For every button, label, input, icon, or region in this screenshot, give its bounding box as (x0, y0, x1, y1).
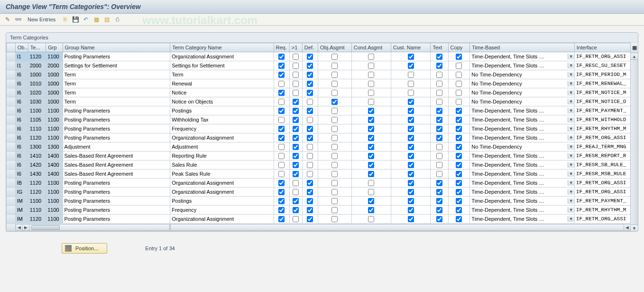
cell-interface[interactable]: IF_RETM_ORG_ASSI (574, 215, 637, 224)
cell-ob[interactable]: IG (15, 188, 28, 197)
cell-term-cat-name[interactable]: Renewal (170, 79, 274, 88)
cell-time-based[interactable]: No Time-Dependency▼ (470, 88, 574, 97)
cell-interface[interactable]: IF_RETM_RHYTHM_M (574, 206, 637, 215)
obj-asgmt-checkbox[interactable] (331, 153, 338, 159)
copy-checkbox[interactable] (456, 63, 462, 69)
cell-group-name[interactable]: Term (63, 70, 170, 79)
text-checkbox[interactable] (436, 54, 442, 60)
row-selector[interactable] (7, 133, 16, 142)
header-group-name[interactable]: Group Name (63, 43, 170, 52)
cond-asgmt-checkbox[interactable] (368, 144, 374, 150)
cell-group-name[interactable]: Posting Parameters (63, 215, 170, 224)
dropdown-arrow-icon[interactable]: ▼ (568, 135, 574, 141)
row-selector[interactable] (7, 197, 16, 206)
cond-asgmt-checkbox[interactable] (368, 90, 374, 96)
cell-grp[interactable]: 1100 (46, 115, 63, 124)
obj-asgmt-checkbox[interactable] (331, 126, 338, 132)
dropdown-arrow-icon[interactable]: ▼ (568, 126, 574, 132)
dropdown-arrow-icon[interactable]: ▼ (568, 117, 574, 122)
cell-time-based[interactable]: Time-Dependent, Time Slots …▼ (470, 52, 574, 61)
dropdown-arrow-icon[interactable]: ▼ (568, 207, 574, 213)
cell-group-name[interactable]: Posting Parameters (63, 188, 170, 197)
def-checkbox[interactable] (307, 180, 313, 186)
cell-time-based[interactable]: Time-Dependent, Time Slots …▼ (470, 179, 574, 188)
cell-te[interactable]: 1100 (28, 197, 46, 206)
copy-checkbox[interactable] (456, 72, 462, 78)
gt1-checkbox[interactable] (293, 108, 299, 114)
cell-time-based[interactable]: No Time-Dependency▼ (470, 70, 574, 79)
cell-interface[interactable]: IF_RETM_NOTICE_O (574, 97, 637, 106)
cell-time-based[interactable]: Time-Dependent, Time Slots …▼ (470, 197, 574, 206)
header-te[interactable]: Te... (28, 43, 46, 52)
scroll-left-icon[interactable]: ◀ (624, 224, 630, 231)
copy-icon[interactable]: ⎘ (61, 16, 69, 23)
obj-asgmt-checkbox[interactable] (331, 171, 338, 177)
def-checkbox[interactable] (307, 171, 313, 177)
row-selector[interactable] (7, 160, 16, 170)
req-checkbox[interactable] (278, 198, 285, 204)
cell-group-name[interactable]: Sales-Based Rent Agreement (63, 160, 170, 170)
text-checkbox[interactable] (436, 162, 442, 168)
req-checkbox[interactable] (278, 207, 285, 213)
def-checkbox[interactable] (307, 126, 313, 132)
cust-name-checkbox[interactable] (408, 207, 414, 213)
text-checkbox[interactable] (436, 81, 442, 87)
cell-ob[interactable]: IM (15, 197, 28, 206)
cell-ob[interactable]: I6 (15, 151, 28, 160)
table-row[interactable]: IG11201100Posting ParametersOrganization… (7, 188, 638, 197)
cond-asgmt-checkbox[interactable] (368, 81, 374, 87)
cust-name-checkbox[interactable] (408, 162, 414, 168)
cell-ob[interactable]: I1 (15, 52, 28, 61)
req-checkbox[interactable] (278, 216, 285, 222)
req-checkbox[interactable] (278, 171, 285, 177)
cell-interface[interactable]: IF_RETM_RENEWAL_ (574, 79, 637, 88)
scroll-right-icon[interactable]: ▶ (23, 224, 29, 231)
table-row[interactable]: IM11001100Posting ParametersPostingsTime… (7, 197, 638, 206)
copy-checkbox[interactable] (456, 153, 462, 159)
cell-group-name[interactable]: Posting Parameters (63, 124, 170, 133)
deselect-all-icon[interactable]: ▤ (103, 16, 110, 23)
cell-ob[interactable]: IB (15, 179, 28, 188)
text-checkbox[interactable] (436, 72, 442, 78)
cust-name-checkbox[interactable] (408, 108, 414, 114)
gt1-checkbox[interactable] (293, 162, 299, 168)
cell-te[interactable]: 1000 (28, 70, 46, 79)
req-checkbox[interactable] (278, 144, 285, 150)
dropdown-arrow-icon[interactable]: ▼ (568, 108, 574, 113)
cond-asgmt-checkbox[interactable] (368, 216, 374, 222)
cell-grp[interactable]: 1100 (46, 179, 63, 188)
cell-ob[interactable]: I6 (15, 142, 28, 151)
gt1-checkbox[interactable] (293, 153, 299, 159)
cell-time-based[interactable]: Time-Dependent, Time Slots …▼ (470, 215, 574, 224)
cell-te[interactable]: 1100 (28, 106, 46, 115)
cond-asgmt-checkbox[interactable] (368, 189, 374, 195)
scroll-left-icon[interactable]: ◀ (16, 224, 23, 231)
cust-name-checkbox[interactable] (408, 216, 414, 222)
cell-term-cat-name[interactable]: Postings (170, 106, 274, 115)
obj-asgmt-checkbox[interactable] (331, 72, 338, 78)
cell-interface[interactable]: IF_RETM_PAYMENT_ (574, 106, 637, 115)
cell-term-cat-name[interactable]: Organizational Assignment (170, 179, 274, 188)
cust-name-checkbox[interactable] (408, 63, 414, 69)
cell-interface[interactable]: IF_RESR_MSB_RULE (574, 170, 637, 179)
table-row[interactable]: I611001100Posting ParametersPostingsTime… (7, 106, 638, 115)
dropdown-arrow-icon[interactable]: ▼ (568, 63, 574, 68)
cell-ob[interactable]: I6 (15, 106, 28, 115)
req-checkbox[interactable] (278, 189, 285, 195)
row-selector[interactable] (7, 106, 16, 115)
cell-te[interactable]: 1120 (28, 188, 46, 197)
header-interface[interactable]: Interface (574, 43, 637, 52)
req-checkbox[interactable] (278, 72, 285, 78)
def-checkbox[interactable] (307, 144, 313, 150)
cell-interface[interactable]: IF_RETM_WITHHOLD (574, 115, 637, 124)
cell-grp[interactable]: 2000 (46, 61, 63, 70)
obj-asgmt-checkbox[interactable] (331, 216, 338, 222)
cell-te[interactable]: 1120 (28, 215, 46, 224)
row-selector[interactable] (7, 70, 16, 79)
cell-ob[interactable]: IM (15, 206, 28, 215)
text-checkbox[interactable] (436, 117, 442, 123)
text-checkbox[interactable] (436, 63, 442, 69)
def-checkbox[interactable] (307, 63, 313, 69)
req-checkbox[interactable] (278, 63, 285, 69)
cell-te[interactable]: 1010 (28, 79, 46, 88)
